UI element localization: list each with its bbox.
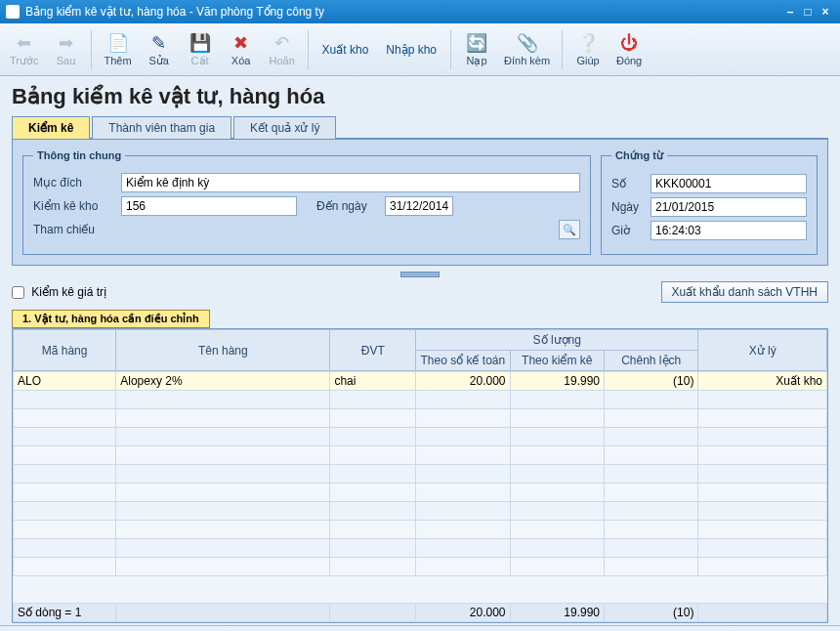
minimize-button[interactable]: – — [781, 5, 799, 19]
table-row[interactable] — [14, 465, 827, 484]
warehouse-input[interactable] — [121, 196, 297, 216]
refresh-button[interactable]: 🔄 Nạp — [457, 25, 496, 74]
cell-action[interactable]: Xuất kho — [698, 372, 827, 391]
table-row[interactable] — [14, 539, 827, 558]
toolbar-separator — [562, 30, 563, 69]
arrow-right-icon: ➡ — [55, 32, 76, 54]
add-icon: 📄 — [107, 32, 129, 54]
tab-strip: Kiểm kê Thành viên tham gia Kết quả xử l… — [12, 115, 828, 139]
col-qty-actual[interactable]: Theo kiểm kê — [510, 351, 604, 371]
general-legend: Thông tin chung — [33, 149, 125, 161]
splitter[interactable] — [0, 270, 840, 279]
col-name[interactable]: Tên hàng — [116, 330, 330, 371]
power-icon: ⏻ — [618, 32, 640, 54]
table-row[interactable] — [14, 502, 827, 521]
help-button[interactable]: ❔ Giúp — [568, 25, 608, 74]
voucher-date-label: Ngày — [611, 200, 651, 214]
arrow-left-icon: ⬅ — [14, 32, 35, 54]
voucher-group: Chứng từ Số Ngày Giờ — [601, 149, 818, 255]
table-row[interactable] — [14, 446, 827, 465]
table-row[interactable]: ALO Alopexy 2% chai 20.000 19.990 (10) X… — [14, 372, 827, 391]
col-qty-diff[interactable]: Chênh lệch — [604, 351, 697, 371]
toolbar-separator — [450, 30, 451, 69]
toolbar-separator — [91, 30, 92, 69]
warehouse-label: Kiểm kê kho — [33, 199, 121, 213]
items-grid: Mã hàng Tên hàng ĐVT Số lượng Xử lý Theo… — [12, 328, 828, 623]
delete-icon: ✖ — [231, 32, 252, 54]
main-toolbar: ⬅ Trước ➡ Sau 📄 Thêm ✎ Sửa 💾 Cất ✖ Xóa ↶… — [0, 23, 840, 76]
purpose-label: Mục đích — [33, 176, 121, 189]
value-check-option[interactable]: Kiểm kê giá trị — [12, 285, 106, 299]
voucher-time-input[interactable] — [651, 221, 807, 240]
edit-icon: ✎ — [148, 32, 170, 54]
cell-actual[interactable]: 19.990 — [510, 372, 604, 391]
export-warehouse-button[interactable]: Xuất kho — [315, 37, 377, 63]
cell-diff[interactable]: (10) — [604, 372, 697, 391]
voucher-no-input[interactable] — [651, 174, 807, 193]
table-row[interactable] — [14, 428, 827, 446]
cell-name[interactable]: Alopexy 2% — [116, 372, 330, 391]
nav-back-button[interactable]: ⬅ Trước — [4, 25, 44, 74]
table-row[interactable] — [14, 391, 827, 409]
save-button[interactable]: 💾 Cất — [181, 25, 220, 74]
undo-button[interactable]: ↶ Hoãn — [263, 25, 302, 74]
reference-label: Tham chiếu — [33, 223, 121, 236]
undo-icon: ↶ — [272, 32, 293, 54]
table-row[interactable] — [14, 558, 827, 576]
table-row[interactable] — [14, 409, 827, 428]
voucher-legend: Chứng từ — [611, 149, 667, 162]
footer-diff: (10) — [604, 604, 697, 622]
voucher-no-label: Số — [611, 177, 651, 190]
app-icon — [6, 5, 20, 19]
save-icon: 💾 — [189, 32, 211, 54]
tab-result[interactable]: Kết quả xử lý — [233, 116, 336, 139]
export-list-button[interactable]: Xuất khẩu danh sách VTHH — [661, 281, 828, 303]
refresh-icon: 🔄 — [466, 32, 487, 54]
window-title: Bảng kiểm kê vật tư, hàng hóa - Văn phòn… — [25, 5, 324, 19]
todate-label: Đến ngày — [316, 199, 385, 213]
edit-button[interactable]: ✎ Sửa — [140, 25, 179, 74]
col-qty-group[interactable]: Số lượng — [416, 330, 698, 351]
window-titlebar: Bảng kiểm kê vật tư, hàng hóa - Văn phòn… — [0, 0, 840, 23]
tab-participants[interactable]: Thành viên tham gia — [92, 116, 231, 139]
voucher-time-label: Giờ — [611, 224, 651, 237]
general-info-group: Thông tin chung Mục đích Kiểm kê kho Đến… — [22, 149, 591, 255]
add-button[interactable]: 📄 Thêm — [98, 25, 137, 74]
table-row[interactable] — [14, 521, 827, 539]
help-icon: ❔ — [577, 32, 599, 54]
close-button[interactable]: ⏻ Đóng — [609, 25, 649, 74]
grid-footer: Số dòng = 1 20.000 19.990 (10) — [14, 604, 827, 622]
footer-book: 20.000 — [416, 604, 510, 622]
import-warehouse-button[interactable]: Nhập kho — [378, 37, 444, 63]
attach-button[interactable]: 📎 Đính kèm — [498, 25, 556, 74]
col-unit[interactable]: ĐVT — [330, 330, 416, 371]
maximize-button[interactable]: □ — [799, 5, 817, 19]
purpose-input[interactable] — [121, 173, 580, 192]
value-check-checkbox[interactable] — [12, 286, 24, 299]
col-code[interactable]: Mã hàng — [14, 330, 116, 371]
page-title: Bảng kiểm kê vật tư, hàng hóa — [12, 84, 828, 109]
cell-unit[interactable]: chai — [330, 372, 416, 391]
todate-input[interactable] — [385, 196, 453, 216]
col-action[interactable]: Xử lý — [698, 330, 827, 371]
delete-button[interactable]: ✖ Xóa — [222, 25, 261, 74]
voucher-date-input[interactable] — [651, 197, 807, 217]
close-window-button[interactable]: × — [817, 5, 834, 19]
col-qty-book[interactable]: Theo sổ kế toán — [416, 351, 510, 371]
toolbar-separator — [308, 30, 309, 69]
status-bar — [0, 625, 840, 631]
tab-inventory[interactable]: Kiểm kê — [12, 116, 90, 139]
search-icon: 🔍 — [563, 224, 576, 236]
cell-book[interactable]: 20.000 — [416, 372, 510, 391]
footer-actual: 19.990 — [510, 604, 604, 622]
nav-forward-button[interactable]: ➡ Sau — [46, 25, 85, 74]
paperclip-icon: 📎 — [517, 32, 538, 54]
cell-code[interactable]: ALO — [14, 372, 116, 391]
footer-summary: Số dòng = 1 — [14, 604, 116, 622]
section-tab-adjust-items[interactable]: 1. Vật tư, hàng hóa cần điều chỉnh — [12, 310, 210, 328]
reference-picker-button[interactable]: 🔍 — [559, 220, 580, 239]
table-row[interactable] — [14, 484, 827, 502]
